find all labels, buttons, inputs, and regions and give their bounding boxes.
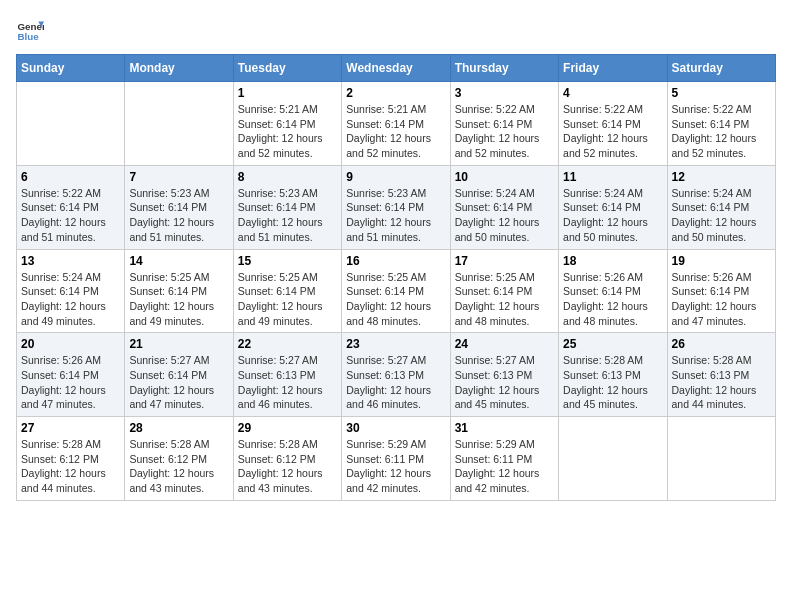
day-number: 24	[455, 337, 554, 351]
day-number: 28	[129, 421, 228, 435]
day-cell	[125, 82, 233, 166]
day-info: Sunrise: 5:23 AMSunset: 6:14 PMDaylight:…	[129, 186, 228, 245]
day-cell: 8Sunrise: 5:23 AMSunset: 6:14 PMDaylight…	[233, 165, 341, 249]
day-number: 14	[129, 254, 228, 268]
day-cell	[17, 82, 125, 166]
day-info: Sunrise: 5:28 AMSunset: 6:12 PMDaylight:…	[238, 437, 337, 496]
day-number: 13	[21, 254, 120, 268]
day-cell: 23Sunrise: 5:27 AMSunset: 6:13 PMDayligh…	[342, 333, 450, 417]
day-number: 1	[238, 86, 337, 100]
day-number: 8	[238, 170, 337, 184]
day-number: 17	[455, 254, 554, 268]
day-cell: 18Sunrise: 5:26 AMSunset: 6:14 PMDayligh…	[559, 249, 667, 333]
day-info: Sunrise: 5:25 AMSunset: 6:14 PMDaylight:…	[346, 270, 445, 329]
day-cell: 20Sunrise: 5:26 AMSunset: 6:14 PMDayligh…	[17, 333, 125, 417]
col-header-friday: Friday	[559, 55, 667, 82]
week-row-5: 27Sunrise: 5:28 AMSunset: 6:12 PMDayligh…	[17, 417, 776, 501]
col-header-wednesday: Wednesday	[342, 55, 450, 82]
day-cell: 5Sunrise: 5:22 AMSunset: 6:14 PMDaylight…	[667, 82, 775, 166]
day-number: 9	[346, 170, 445, 184]
day-number: 27	[21, 421, 120, 435]
day-info: Sunrise: 5:27 AMSunset: 6:13 PMDaylight:…	[455, 353, 554, 412]
day-number: 18	[563, 254, 662, 268]
day-cell: 11Sunrise: 5:24 AMSunset: 6:14 PMDayligh…	[559, 165, 667, 249]
day-info: Sunrise: 5:29 AMSunset: 6:11 PMDaylight:…	[346, 437, 445, 496]
week-row-1: 1Sunrise: 5:21 AMSunset: 6:14 PMDaylight…	[17, 82, 776, 166]
col-header-sunday: Sunday	[17, 55, 125, 82]
day-cell: 14Sunrise: 5:25 AMSunset: 6:14 PMDayligh…	[125, 249, 233, 333]
week-row-3: 13Sunrise: 5:24 AMSunset: 6:14 PMDayligh…	[17, 249, 776, 333]
day-info: Sunrise: 5:26 AMSunset: 6:14 PMDaylight:…	[21, 353, 120, 412]
day-number: 3	[455, 86, 554, 100]
day-number: 10	[455, 170, 554, 184]
day-cell: 25Sunrise: 5:28 AMSunset: 6:13 PMDayligh…	[559, 333, 667, 417]
day-info: Sunrise: 5:27 AMSunset: 6:13 PMDaylight:…	[346, 353, 445, 412]
day-number: 20	[21, 337, 120, 351]
day-info: Sunrise: 5:28 AMSunset: 6:12 PMDaylight:…	[21, 437, 120, 496]
day-number: 4	[563, 86, 662, 100]
day-cell: 13Sunrise: 5:24 AMSunset: 6:14 PMDayligh…	[17, 249, 125, 333]
day-cell: 3Sunrise: 5:22 AMSunset: 6:14 PMDaylight…	[450, 82, 558, 166]
day-info: Sunrise: 5:24 AMSunset: 6:14 PMDaylight:…	[21, 270, 120, 329]
day-info: Sunrise: 5:25 AMSunset: 6:14 PMDaylight:…	[129, 270, 228, 329]
day-info: Sunrise: 5:29 AMSunset: 6:11 PMDaylight:…	[455, 437, 554, 496]
day-info: Sunrise: 5:22 AMSunset: 6:14 PMDaylight:…	[455, 102, 554, 161]
day-info: Sunrise: 5:22 AMSunset: 6:14 PMDaylight:…	[563, 102, 662, 161]
day-info: Sunrise: 5:24 AMSunset: 6:14 PMDaylight:…	[563, 186, 662, 245]
day-info: Sunrise: 5:21 AMSunset: 6:14 PMDaylight:…	[238, 102, 337, 161]
day-info: Sunrise: 5:22 AMSunset: 6:14 PMDaylight:…	[21, 186, 120, 245]
day-number: 6	[21, 170, 120, 184]
logo: General Blue	[16, 16, 48, 44]
col-header-monday: Monday	[125, 55, 233, 82]
day-number: 31	[455, 421, 554, 435]
day-cell: 19Sunrise: 5:26 AMSunset: 6:14 PMDayligh…	[667, 249, 775, 333]
col-header-tuesday: Tuesday	[233, 55, 341, 82]
day-cell: 1Sunrise: 5:21 AMSunset: 6:14 PMDaylight…	[233, 82, 341, 166]
day-cell: 31Sunrise: 5:29 AMSunset: 6:11 PMDayligh…	[450, 417, 558, 501]
day-cell: 12Sunrise: 5:24 AMSunset: 6:14 PMDayligh…	[667, 165, 775, 249]
day-info: Sunrise: 5:25 AMSunset: 6:14 PMDaylight:…	[238, 270, 337, 329]
day-info: Sunrise: 5:22 AMSunset: 6:14 PMDaylight:…	[672, 102, 771, 161]
day-cell: 24Sunrise: 5:27 AMSunset: 6:13 PMDayligh…	[450, 333, 558, 417]
day-cell: 30Sunrise: 5:29 AMSunset: 6:11 PMDayligh…	[342, 417, 450, 501]
day-cell: 10Sunrise: 5:24 AMSunset: 6:14 PMDayligh…	[450, 165, 558, 249]
day-info: Sunrise: 5:25 AMSunset: 6:14 PMDaylight:…	[455, 270, 554, 329]
day-info: Sunrise: 5:26 AMSunset: 6:14 PMDaylight:…	[563, 270, 662, 329]
week-row-4: 20Sunrise: 5:26 AMSunset: 6:14 PMDayligh…	[17, 333, 776, 417]
day-number: 15	[238, 254, 337, 268]
day-number: 25	[563, 337, 662, 351]
day-cell: 21Sunrise: 5:27 AMSunset: 6:14 PMDayligh…	[125, 333, 233, 417]
day-number: 16	[346, 254, 445, 268]
col-header-saturday: Saturday	[667, 55, 775, 82]
day-number: 30	[346, 421, 445, 435]
calendar-header-row: SundayMondayTuesdayWednesdayThursdayFrid…	[17, 55, 776, 82]
day-number: 22	[238, 337, 337, 351]
day-cell: 16Sunrise: 5:25 AMSunset: 6:14 PMDayligh…	[342, 249, 450, 333]
day-info: Sunrise: 5:28 AMSunset: 6:13 PMDaylight:…	[563, 353, 662, 412]
day-number: 12	[672, 170, 771, 184]
day-number: 29	[238, 421, 337, 435]
day-info: Sunrise: 5:26 AMSunset: 6:14 PMDaylight:…	[672, 270, 771, 329]
day-cell: 9Sunrise: 5:23 AMSunset: 6:14 PMDaylight…	[342, 165, 450, 249]
day-cell: 29Sunrise: 5:28 AMSunset: 6:12 PMDayligh…	[233, 417, 341, 501]
day-cell: 7Sunrise: 5:23 AMSunset: 6:14 PMDaylight…	[125, 165, 233, 249]
day-cell: 17Sunrise: 5:25 AMSunset: 6:14 PMDayligh…	[450, 249, 558, 333]
day-number: 2	[346, 86, 445, 100]
day-info: Sunrise: 5:24 AMSunset: 6:14 PMDaylight:…	[672, 186, 771, 245]
day-cell: 15Sunrise: 5:25 AMSunset: 6:14 PMDayligh…	[233, 249, 341, 333]
day-info: Sunrise: 5:27 AMSunset: 6:14 PMDaylight:…	[129, 353, 228, 412]
week-row-2: 6Sunrise: 5:22 AMSunset: 6:14 PMDaylight…	[17, 165, 776, 249]
calendar-table: SundayMondayTuesdayWednesdayThursdayFrid…	[16, 54, 776, 501]
day-number: 23	[346, 337, 445, 351]
day-cell	[559, 417, 667, 501]
day-number: 19	[672, 254, 771, 268]
page-header: General Blue	[16, 16, 776, 44]
day-info: Sunrise: 5:28 AMSunset: 6:12 PMDaylight:…	[129, 437, 228, 496]
day-cell: 22Sunrise: 5:27 AMSunset: 6:13 PMDayligh…	[233, 333, 341, 417]
day-number: 21	[129, 337, 228, 351]
day-cell: 27Sunrise: 5:28 AMSunset: 6:12 PMDayligh…	[17, 417, 125, 501]
day-number: 26	[672, 337, 771, 351]
day-number: 5	[672, 86, 771, 100]
col-header-thursday: Thursday	[450, 55, 558, 82]
day-info: Sunrise: 5:28 AMSunset: 6:13 PMDaylight:…	[672, 353, 771, 412]
